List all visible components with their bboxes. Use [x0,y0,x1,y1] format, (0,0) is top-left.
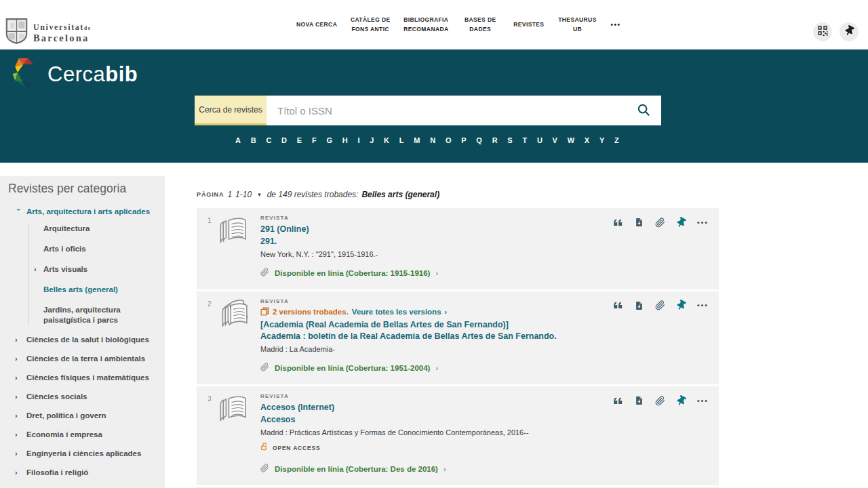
result-card: 3REVISTAAccesos (Internet)AccesosMadrid … [197,386,719,485]
sidebar-category-arts-arquitectura-i-arts-aplicades[interactable]: ›Arts, arquitectura i arts aplicades [8,207,165,216]
sidebar-subcategory-arquitectura[interactable]: Arquitectura [29,224,141,234]
export-icon[interactable] [635,217,644,228]
result-title[interactable]: Accesos (Internet) [260,402,608,414]
alphabet-letter-j[interactable]: J [370,136,374,144]
alphabet-letter-c[interactable]: C [266,136,271,144]
availability-link[interactable]: Disponible en línia (Cobertura: 1915-191… [260,267,438,279]
alphabet-letter-y[interactable]: Y [599,136,604,144]
alphabet-letter-v[interactable]: V [553,136,557,144]
citation-icon[interactable] [613,300,623,310]
permalink-icon[interactable] [655,396,665,406]
alphabet-letter-p[interactable]: P [461,136,466,144]
nav-item-bases-de-dades[interactable]: BASES DE DADES [458,16,502,33]
sidebar-subcategory-jardins-arquitectura-paisatgística-i-parcs[interactable]: Jardins, arquitectura paisatgística i pa… [29,305,141,325]
category-label: Arts, arquitectura i arts aplicades [26,207,150,216]
sidebar-subcategory-arts-visuals[interactable]: ›Arts visuals [29,264,141,274]
nav-item-bibliografia-recomanada[interactable]: BIBLIOGRAFIA RECOMANADA [403,16,447,33]
alphabet-letter-z[interactable]: Z [614,136,619,144]
search-input[interactable] [267,96,626,125]
journal-stack-icon [216,300,252,333]
result-title[interactable]: 291 (Online) [260,224,608,236]
page-label: PÀGINA [197,191,224,198]
alphabet-letter-b[interactable]: B [251,136,256,144]
more-icon[interactable] [697,221,707,224]
pin-icon[interactable] [677,218,686,228]
nav-item-nova-cerca[interactable]: NOVA CERCA [296,20,337,29]
alphabet-letter-w[interactable]: W [568,136,574,144]
alphabet-letter-u[interactable]: U [537,136,542,144]
chevron-right-icon: › [15,336,22,344]
export-icon[interactable] [635,395,644,406]
alphabet-letter-n[interactable]: N [430,136,435,144]
pin-icon[interactable] [677,300,686,310]
alphabet-letter-f[interactable]: F [312,136,317,144]
category-label: Ciències socials [26,392,87,401]
alphabet-letter-s[interactable]: S [507,136,512,144]
pin-icon[interactable] [677,396,686,406]
category-label: Economia i empresa [26,430,102,439]
sidebar-subcategory-arts-i-oficis[interactable]: Arts i oficis [29,244,141,254]
search-icon [636,102,651,119]
alphabet-letter-q[interactable]: Q [476,136,482,144]
availability-link[interactable]: Disponible en línia (Cobertura: 1951-200… [260,362,438,374]
journal-icon [216,216,249,249]
alphabet-letter-h[interactable]: H [342,136,348,144]
versions-icon [260,307,269,317]
permalink-icon[interactable] [655,218,665,228]
sidebar-subcategory-belles-arts-general[interactable]: Belles arts (general) [29,285,141,295]
subcategory-label: Jardins, arquitectura paisatgística i pa… [43,306,121,324]
availability-link[interactable]: Disponible en línia (Cobertura: Des de 2… [260,463,446,475]
result-title[interactable]: [Academia (Real Academia de Bellas Artes… [260,319,608,331]
sidebar-category-ciències-de-la-salut-i-biològiques[interactable]: ›Ciències de la salut i biològiques [8,336,165,344]
alphabet-letter-a[interactable]: A [235,136,241,144]
export-icon[interactable] [635,300,644,311]
sidebar-category-ciències-socials[interactable]: ›Ciències socials [8,392,165,401]
sidebar-category-ciències-de-la-terra-i-ambientals[interactable]: ›Ciències de la terra i ambientals [8,354,165,363]
nav-more-menu[interactable]: ••• [610,20,620,30]
chevron-right-icon: › [34,264,37,274]
alphabet-letter-i[interactable]: I [357,136,359,144]
result-subtitle[interactable]: 291. [260,236,608,248]
result-subtitle[interactable]: Accesos [260,414,608,426]
more-icon[interactable] [697,399,707,403]
sidebar-category-ciències-físiques-i-matemàtiques[interactable]: ›Ciències físiques i matemàtiques [8,373,165,382]
category-label: Ciències de la terra i ambientals [26,354,145,363]
sidebar-category-enginyeria-i-ciències-aplicades[interactable]: ›Enginyeria i ciències aplicades [8,449,165,458]
chevron-down-icon[interactable]: ▾ [258,191,261,198]
sidebar-category-filosofia-i-religió[interactable]: ›Filosofia i religió [8,468,165,476]
cercabib-logo[interactable]: Cercabib [9,57,138,92]
alphabet-letter-m[interactable]: M [414,136,420,144]
results-category: Belles arts (general) [361,190,439,199]
search-button[interactable] [626,96,661,125]
category-tree: ›Arts, arquitectura i arts aplicadesArqu… [8,207,165,488]
nav-item-thesaurus-ub[interactable]: THESAURUS UB [555,16,599,33]
permalink-icon[interactable] [655,300,665,310]
subcategory-label: Arquitectura [43,224,90,232]
alphabet-letter-r[interactable]: R [492,136,498,144]
alphabet-letter-g[interactable]: G [326,136,332,144]
alphabet-letter-k[interactable]: K [384,136,389,144]
sidebar-category-economia-i-empresa[interactable]: ›Economia i empresa [8,430,165,439]
sidebar-category-dret-política-i-govern[interactable]: ›Dret, política i govern [8,411,165,420]
ub-logo[interactable]: Universitatde Barcelona [5,18,92,47]
citation-icon[interactable] [613,218,623,228]
alphabet-letter-e[interactable]: E [297,136,302,144]
alphabet-letter-o[interactable]: O [446,136,452,144]
nav-item-catàleg-de-fons-antic[interactable]: CATÀLEG DE FONS ANTIC [349,16,392,33]
pin-favorites-button[interactable] [840,22,859,41]
alphabet-letter-t[interactable]: T [522,136,527,144]
more-icon[interactable] [697,304,707,307]
versions-link[interactable]: Veure totes les versions [352,308,441,316]
chevron-right-icon: › [435,269,438,277]
alphabet-letter-x[interactable]: X [585,136,589,144]
result-number: 1 [208,217,212,224]
result-subtitle[interactable]: Academia : boletín de la Real Academia d… [260,331,608,343]
nav-item-revistes[interactable]: REVISTES [513,20,544,29]
alphabet-letter-l[interactable]: L [399,136,404,144]
alphabet-letter-d[interactable]: D [281,136,287,144]
search-scope-tab[interactable]: Cerca de revistes [195,96,267,125]
result-actions [613,217,707,228]
page-range-dropdown[interactable]: 1-10 [235,190,252,199]
qr-code-button[interactable] [813,22,832,41]
citation-icon[interactable] [613,396,623,406]
